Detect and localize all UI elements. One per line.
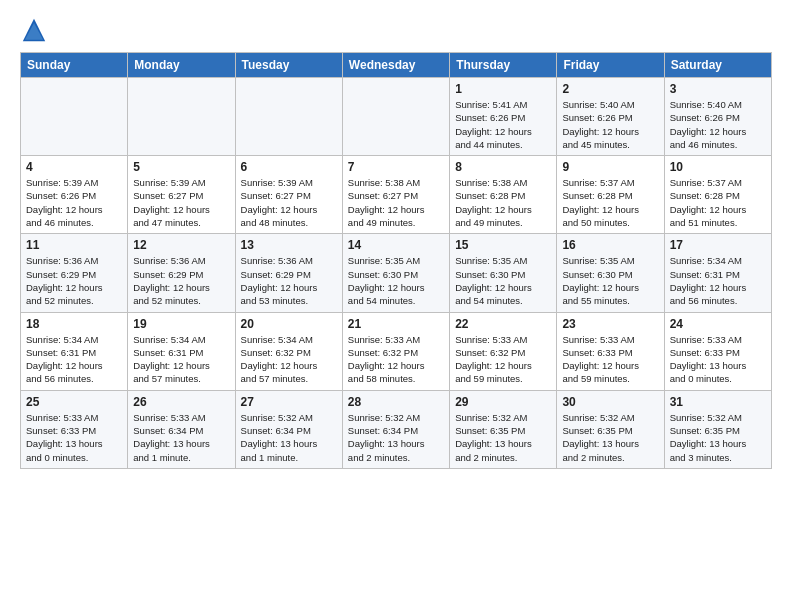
cell-content: Sunrise: 5:41 AMSunset: 6:26 PMDaylight:… xyxy=(455,98,551,151)
page: SundayMondayTuesdayWednesdayThursdayFrid… xyxy=(0,0,792,612)
calendar-cell: 4Sunrise: 5:39 AMSunset: 6:26 PMDaylight… xyxy=(21,156,128,234)
cell-line: Sunset: 6:34 PM xyxy=(241,424,337,437)
cell-content: Sunrise: 5:35 AMSunset: 6:30 PMDaylight:… xyxy=(562,254,658,307)
cell-content: Sunrise: 5:38 AMSunset: 6:28 PMDaylight:… xyxy=(455,176,551,229)
day-number: 16 xyxy=(562,238,658,252)
cell-content: Sunrise: 5:32 AMSunset: 6:34 PMDaylight:… xyxy=(241,411,337,464)
cell-line: Sunset: 6:32 PM xyxy=(241,346,337,359)
cell-line: Sunrise: 5:36 AM xyxy=(133,254,229,267)
calendar-cell: 31Sunrise: 5:32 AMSunset: 6:35 PMDayligh… xyxy=(664,390,771,468)
cell-line: and 44 minutes. xyxy=(455,138,551,151)
cell-line: Sunset: 6:35 PM xyxy=(455,424,551,437)
cell-line: and 57 minutes. xyxy=(133,372,229,385)
day-number: 29 xyxy=(455,395,551,409)
cell-line: Daylight: 13 hours xyxy=(26,437,122,450)
cell-content: Sunrise: 5:37 AMSunset: 6:28 PMDaylight:… xyxy=(670,176,766,229)
calendar-row-3: 18Sunrise: 5:34 AMSunset: 6:31 PMDayligh… xyxy=(21,312,772,390)
cell-line: and 58 minutes. xyxy=(348,372,444,385)
cell-content: Sunrise: 5:34 AMSunset: 6:31 PMDaylight:… xyxy=(133,333,229,386)
col-header-friday: Friday xyxy=(557,53,664,78)
calendar-cell xyxy=(235,78,342,156)
cell-line: Sunrise: 5:33 AM xyxy=(348,333,444,346)
cell-line: Sunrise: 5:38 AM xyxy=(348,176,444,189)
cell-line: Daylight: 12 hours xyxy=(348,203,444,216)
cell-content: Sunrise: 5:38 AMSunset: 6:27 PMDaylight:… xyxy=(348,176,444,229)
cell-line: Sunrise: 5:34 AM xyxy=(670,254,766,267)
cell-line: and 49 minutes. xyxy=(455,216,551,229)
calendar-row-2: 11Sunrise: 5:36 AMSunset: 6:29 PMDayligh… xyxy=(21,234,772,312)
cell-content: Sunrise: 5:35 AMSunset: 6:30 PMDaylight:… xyxy=(455,254,551,307)
calendar-table: SundayMondayTuesdayWednesdayThursdayFrid… xyxy=(20,52,772,469)
day-number: 10 xyxy=(670,160,766,174)
cell-line: Sunrise: 5:36 AM xyxy=(241,254,337,267)
day-number: 31 xyxy=(670,395,766,409)
cell-line: Sunset: 6:28 PM xyxy=(455,189,551,202)
cell-line: Sunrise: 5:40 AM xyxy=(670,98,766,111)
cell-line: Sunrise: 5:32 AM xyxy=(348,411,444,424)
calendar-cell: 15Sunrise: 5:35 AMSunset: 6:30 PMDayligh… xyxy=(450,234,557,312)
cell-line: Daylight: 12 hours xyxy=(348,281,444,294)
day-number: 13 xyxy=(241,238,337,252)
cell-line: Sunrise: 5:37 AM xyxy=(562,176,658,189)
cell-line: Daylight: 13 hours xyxy=(562,437,658,450)
calendar-cell: 7Sunrise: 5:38 AMSunset: 6:27 PMDaylight… xyxy=(342,156,449,234)
cell-line: Sunset: 6:31 PM xyxy=(133,346,229,359)
cell-line: Sunset: 6:32 PM xyxy=(455,346,551,359)
calendar-row-0: 1Sunrise: 5:41 AMSunset: 6:26 PMDaylight… xyxy=(21,78,772,156)
cell-line: Daylight: 12 hours xyxy=(133,359,229,372)
cell-line: Daylight: 12 hours xyxy=(562,281,658,294)
day-number: 30 xyxy=(562,395,658,409)
calendar-cell xyxy=(128,78,235,156)
cell-line: and 48 minutes. xyxy=(241,216,337,229)
day-number: 23 xyxy=(562,317,658,331)
cell-line: and 0 minutes. xyxy=(670,372,766,385)
day-number: 7 xyxy=(348,160,444,174)
cell-line: Sunset: 6:35 PM xyxy=(562,424,658,437)
cell-content: Sunrise: 5:39 AMSunset: 6:27 PMDaylight:… xyxy=(241,176,337,229)
cell-line: Sunrise: 5:35 AM xyxy=(348,254,444,267)
day-number: 8 xyxy=(455,160,551,174)
cell-line: Sunset: 6:30 PM xyxy=(455,268,551,281)
cell-content: Sunrise: 5:34 AMSunset: 6:31 PMDaylight:… xyxy=(670,254,766,307)
cell-line: Sunset: 6:27 PM xyxy=(348,189,444,202)
cell-content: Sunrise: 5:32 AMSunset: 6:34 PMDaylight:… xyxy=(348,411,444,464)
cell-content: Sunrise: 5:35 AMSunset: 6:30 PMDaylight:… xyxy=(348,254,444,307)
cell-line: Sunrise: 5:32 AM xyxy=(241,411,337,424)
cell-line: and 59 minutes. xyxy=(455,372,551,385)
calendar-cell: 24Sunrise: 5:33 AMSunset: 6:33 PMDayligh… xyxy=(664,312,771,390)
cell-line: and 49 minutes. xyxy=(348,216,444,229)
cell-line: Sunrise: 5:34 AM xyxy=(133,333,229,346)
cell-line: Sunrise: 5:33 AM xyxy=(133,411,229,424)
cell-line: Daylight: 12 hours xyxy=(455,281,551,294)
calendar-cell: 17Sunrise: 5:34 AMSunset: 6:31 PMDayligh… xyxy=(664,234,771,312)
cell-line: Sunrise: 5:39 AM xyxy=(26,176,122,189)
cell-line: Daylight: 12 hours xyxy=(26,203,122,216)
cell-line: Daylight: 13 hours xyxy=(241,437,337,450)
cell-line: Daylight: 12 hours xyxy=(26,359,122,372)
cell-line: and 46 minutes. xyxy=(670,138,766,151)
cell-line: Sunset: 6:27 PM xyxy=(241,189,337,202)
day-number: 18 xyxy=(26,317,122,331)
cell-content: Sunrise: 5:34 AMSunset: 6:32 PMDaylight:… xyxy=(241,333,337,386)
logo xyxy=(20,16,52,44)
cell-line: Sunrise: 5:36 AM xyxy=(26,254,122,267)
day-number: 19 xyxy=(133,317,229,331)
cell-line: Daylight: 13 hours xyxy=(670,437,766,450)
cell-line: Sunrise: 5:39 AM xyxy=(133,176,229,189)
cell-line: and 2 minutes. xyxy=(455,451,551,464)
cell-line: Daylight: 12 hours xyxy=(670,125,766,138)
cell-line: Sunset: 6:31 PM xyxy=(26,346,122,359)
cell-line: and 56 minutes. xyxy=(670,294,766,307)
calendar-cell: 16Sunrise: 5:35 AMSunset: 6:30 PMDayligh… xyxy=(557,234,664,312)
cell-line: Daylight: 13 hours xyxy=(455,437,551,450)
calendar-cell: 14Sunrise: 5:35 AMSunset: 6:30 PMDayligh… xyxy=(342,234,449,312)
cell-line: Daylight: 12 hours xyxy=(455,125,551,138)
cell-line: Daylight: 13 hours xyxy=(133,437,229,450)
cell-line: Daylight: 13 hours xyxy=(348,437,444,450)
cell-line: Daylight: 13 hours xyxy=(670,359,766,372)
cell-line: Sunrise: 5:38 AM xyxy=(455,176,551,189)
calendar-cell: 22Sunrise: 5:33 AMSunset: 6:32 PMDayligh… xyxy=(450,312,557,390)
header-row: SundayMondayTuesdayWednesdayThursdayFrid… xyxy=(21,53,772,78)
cell-content: Sunrise: 5:40 AMSunset: 6:26 PMDaylight:… xyxy=(562,98,658,151)
calendar-cell: 30Sunrise: 5:32 AMSunset: 6:35 PMDayligh… xyxy=(557,390,664,468)
